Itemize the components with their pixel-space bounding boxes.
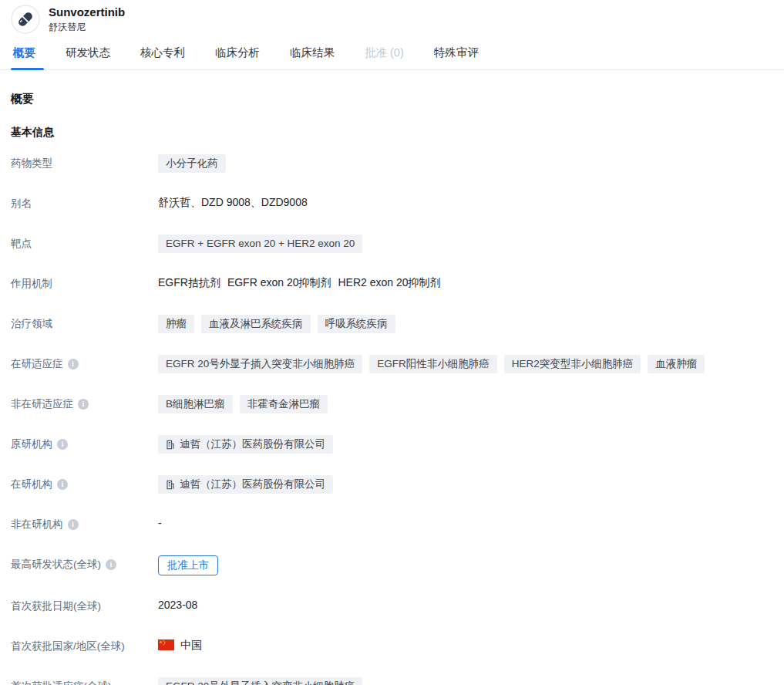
tab-rd-status[interactable]: 研发状态 [63,39,113,69]
value-item-mechanism: EGFR拮抗剂 [158,275,220,290]
tab-clinical-results[interactable]: 临床结果 [288,39,337,69]
tag-active-indications[interactable]: 血液肿瘤 [648,355,705,373]
tag-active-indications[interactable]: EGFR 20号外显子插入突变非小细胞肺癌 [158,355,362,373]
field-value: EGFR 20号外显子插入突变非小细胞肺癌EGFR阳性非小细胞肺癌HER2突变型… [158,355,773,373]
tab-bar: 概要研发状态核心专利临床分析临床结果批准 (0)特殊审评 [0,39,784,70]
field-label-text: 原研机构 [11,437,52,450]
org-tag-originator-org[interactable]: 迪哲（江苏）医药股份有限公司 [158,435,333,454]
field-label: 别名 [11,194,158,210]
tab-clinical-analysis[interactable]: 临床分析 [213,39,262,69]
status-badge[interactable]: 批准上市 [158,555,218,575]
field-row-inactive-org: 非在研机构 - [11,515,773,534]
tag-first-approval-indication[interactable]: EGFR 20号外显子插入突变非小细胞肺癌 [158,677,362,685]
field-label: 原研机构 [11,435,158,450]
tab-label: 临床分析 [215,46,260,59]
field-value: 肿瘤血液及淋巴系统疾病呼吸系统疾病 [158,315,773,333]
info-icon[interactable] [106,559,116,570]
field-value: B细胞淋巴瘤非霍奇金淋巴瘤 [158,395,773,413]
tag-drug-type[interactable]: 小分子化药 [158,154,226,173]
tab-label: 核心专利 [140,46,185,59]
tag-active-indications[interactable]: EGFR阳性非小细胞肺癌 [369,355,497,373]
tab-approvals: 批准 (0) [362,39,406,69]
field-row-inactive-indications: 非在研适应症 B细胞淋巴瘤非霍奇金淋巴瘤 [11,395,773,413]
info-icon[interactable] [57,479,68,490]
tab-core-patents[interactable]: 核心专利 [138,39,187,69]
tab-label: 批准 (0) [365,46,404,59]
field-value: EGFR + EGFR exon 20 + HER2 exon 20 [158,235,773,253]
drug-title-block: Sunvozertinib 舒沃替尼 [49,5,125,33]
tab-label: 研发状态 [66,46,110,59]
field-value: 批准上市 [158,555,773,575]
info-icon[interactable] [78,399,89,410]
tag-target[interactable]: EGFR + EGFR exon 20 + HER2 exon 20 [158,235,362,253]
tab-label: 临床结果 [290,46,335,59]
field-label: 在研适应症 [11,355,158,370]
value-item-mechanism: HER2 exon 20抑制剂 [338,275,441,290]
value-text-inactive-org: - [158,515,162,531]
field-label: 靶点 [11,235,158,250]
field-row-drug-type: 药物类型 小分子化药 [11,154,773,173]
drug-header: Sunvozertinib 舒沃替尼 [0,0,784,39]
field-value: 2023-08 [158,597,773,612]
capsule-icon [11,5,40,34]
field-value: 小分子化药 [158,154,773,173]
field-label-text: 在研适应症 [11,357,63,370]
field-row-therapy-area: 治疗领域 肿瘤血液及淋巴系统疾病呼吸系统疾病 [11,315,773,333]
org-name: 迪哲（江苏）医药股份有限公司 [180,477,325,491]
field-row-alias: 别名 舒沃哲、DZD 9008、DZD9008 [11,194,773,213]
field-label-text: 治疗领域 [11,317,52,330]
info-icon[interactable] [68,519,79,530]
field-label: 在研机构 [11,475,158,491]
field-label-text: 药物类型 [11,157,52,170]
field-value: 迪哲（江苏）医药股份有限公司 [158,435,773,454]
tag-therapy-area[interactable]: 血液及淋巴系统疾病 [201,315,311,333]
field-value: 迪哲（江苏）医药股份有限公司 [158,475,773,494]
building-icon [166,480,175,490]
field-label: 药物类型 [11,154,158,170]
tag-therapy-area[interactable]: 呼吸系统疾病 [318,315,395,333]
field-label: 首次获批适应症(全球) [11,677,158,685]
tag-active-indications[interactable]: HER2突变型非小细胞肺癌 [504,355,641,373]
info-icon[interactable] [68,359,79,369]
field-value: - [158,515,773,531]
field-label-text: 靶点 [11,237,32,250]
field-row-highest-status: 最高研发状态(全球) 批准上市 [11,555,773,575]
field-row-originator-org: 原研机构 迪哲（江苏）医药股份有限公司 [11,435,773,454]
tag-therapy-area[interactable]: 肿瘤 [158,315,194,333]
tag-inactive-indications[interactable]: B细胞淋巴瘤 [158,395,233,413]
field-label-text: 非在研适应症 [11,397,73,410]
field-row-active-org: 在研机构 迪哲（江苏）医药股份有限公司 [11,475,773,494]
field-value: EGFR 20号外显子插入突变非小细胞肺癌 [158,677,773,685]
drug-detail-page: Sunvozertinib 舒沃替尼 概要研发状态核心专利临床分析临床结果批准 … [0,0,784,685]
field-label-text: 首次获批日期(全球) [11,599,101,612]
country-name: 中国 [180,637,202,653]
field-row-target: 靶点 EGFR + EGFR exon 20 + HER2 exon 20 [11,235,773,253]
field-row-first-approval-country: 首次获批国家/地区(全球) 中国 [11,637,773,656]
field-row-first-approval-date: 首次获批日期(全球) 2023-08 [11,597,773,616]
field-label: 首次获批国家/地区(全球) [11,637,158,653]
field-value: 舒沃哲、DZD 9008、DZD9008 [158,194,773,210]
tab-special-review[interactable]: 特殊审评 [432,39,481,69]
field-label-text: 最高研发状态(全球) [11,558,101,571]
field-label: 非在研机构 [11,515,158,531]
info-icon[interactable] [57,439,68,450]
field-label: 非在研适应症 [11,395,158,410]
org-tag-active-org[interactable]: 迪哲（江苏）医药股份有限公司 [158,475,333,494]
org-name: 迪哲（江苏）医药股份有限公司 [180,437,325,451]
field-label-text: 首次获批适应症(全球) [11,680,112,685]
section-title: 概要 [11,92,773,106]
field-label-text: 非在研机构 [11,518,63,531]
tab-overview[interactable]: 概要 [11,39,38,69]
field-label: 作用机制 [11,275,158,290]
field-value: EGFR拮抗剂EGFR exon 20抑制剂HER2 exon 20抑制剂 [158,275,773,290]
value-item-mechanism: EGFR exon 20抑制剂 [227,275,331,290]
field-label: 最高研发状态(全球) [11,555,158,571]
field-row-mechanism: 作用机制 EGFR拮抗剂EGFR exon 20抑制剂HER2 exon 20抑… [11,275,773,293]
country-value: 中国 [158,637,202,653]
tag-inactive-indications[interactable]: 非霍奇金淋巴瘤 [240,395,328,413]
field-label: 首次获批日期(全球) [11,597,158,612]
china-flag-icon [158,639,174,650]
drug-subtitle: 舒沃替尼 [49,22,125,33]
field-label-text: 首次获批国家/地区(全球) [11,639,125,653]
field-label: 治疗领域 [11,315,158,330]
